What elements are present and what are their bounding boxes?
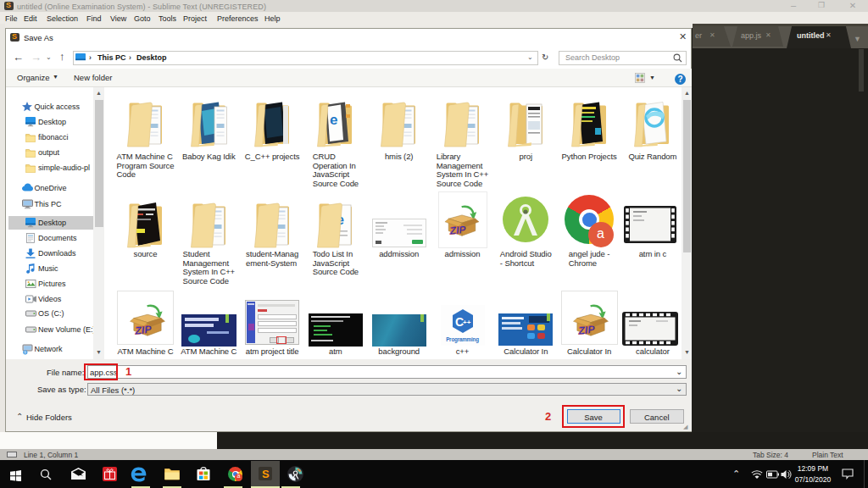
svg-text:++: ++ — [463, 319, 471, 326]
svg-text:e: e — [330, 112, 337, 128]
